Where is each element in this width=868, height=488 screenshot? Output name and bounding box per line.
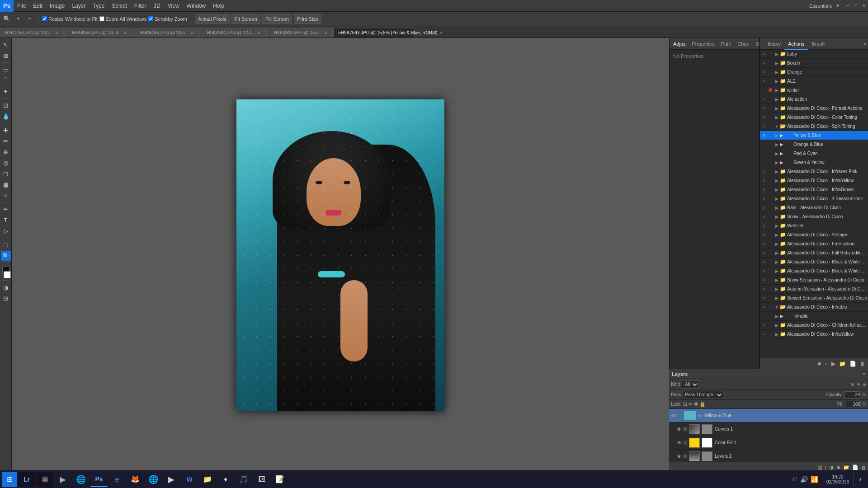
opacity-input[interactable] — [844, 391, 860, 399]
layer-eye-curves[interactable]: 👁 — [675, 427, 683, 432]
layer-eye-yellow-blue[interactable]: 👁 — [670, 413, 677, 418]
screen-mode-tool[interactable]: ⊟ — [1, 293, 11, 303]
layers-option-4[interactable]: ◈ — [863, 381, 866, 387]
taskbar-player2[interactable]: ▶ — [163, 472, 180, 487]
close-button[interactable]: ✕ — [861, 3, 867, 9]
stop-action-button[interactable]: ■ — [818, 361, 821, 367]
prop-tab-properties[interactable]: Properties — [690, 41, 717, 47]
tab-5[interactable]: 5H9A7593.JPG @ 15,5% (Yellow & Blue, RGB… — [333, 28, 415, 38]
print-size-button[interactable]: Print Size — [294, 14, 321, 24]
scrubby-zoom-checkbox[interactable] — [148, 16, 153, 21]
tab-1-close[interactable]: ✕ — [123, 31, 127, 35]
action-ale[interactable]: ✓ ▶ 📁 ALE — [760, 77, 868, 86]
dodge-tool[interactable]: ○ — [1, 190, 11, 200]
gradient-tool[interactable]: ▦ — [1, 179, 11, 189]
kind-select[interactable]: All — [682, 380, 699, 389]
background-color[interactable] — [4, 271, 11, 278]
taskbar-app4[interactable]: 📝 — [271, 472, 288, 487]
taskbar-chrome1[interactable]: 🌐 — [72, 472, 90, 487]
action-vintage[interactable]: ✓ ▶ 📁 Alessandro Di Cicco - Vintage — [760, 230, 868, 239]
tab-0-close[interactable]: ✕ — [55, 31, 59, 35]
taskbar-app2[interactable]: 🎵 — [235, 472, 252, 487]
lasso-tool[interactable]: ⌒ — [1, 75, 11, 85]
zoom-canvas-tool[interactable]: 🔍 — [1, 251, 11, 261]
taskbar-mediaplayer[interactable]: ▶ — [54, 472, 71, 487]
tab-1[interactable]: _H9A4956.JPG @ 24, 8... ✕ — [64, 28, 132, 38]
minimize-button[interactable]: ─ — [844, 3, 851, 9]
lock-transparent-button[interactable]: ⊡ — [683, 401, 687, 407]
taskbar-explorer[interactable]: 📁 — [199, 472, 216, 487]
tab-2-close[interactable]: ✕ — [190, 31, 194, 35]
taskbar-app1[interactable]: ♦ — [217, 472, 234, 487]
path-select-tool[interactable]: ▷ — [1, 226, 11, 236]
lock-position-button[interactable]: ✚ — [694, 401, 698, 407]
layer-yellow-blue[interactable]: 👁 ▶ Yellow & Blue — [669, 409, 868, 422]
menu-image[interactable]: Image — [46, 0, 68, 12]
action-infrablu-sub[interactable]: ✓ ▶ ▶ Infrablu — [760, 312, 868, 321]
keyboard-indicator[interactable]: IT — [793, 477, 797, 482]
zoom-all-windows-label[interactable]: Zoom All Windows — [99, 16, 146, 22]
network-icon[interactable]: 📶 — [811, 476, 818, 483]
action-infrayellow-2[interactable]: ✓ ▶ 📁 Alessandro Di Cicco - InfraYellow — [760, 330, 868, 339]
layer-color-fill[interactable]: 👁 ⛓ Color Fill 1 — [669, 436, 868, 450]
action-yellow-blue[interactable]: ✓ ▶ ▶ Yellow & Blue — [760, 131, 868, 140]
fill-input[interactable] — [845, 401, 861, 408]
brush-tab[interactable]: Brush — [808, 38, 828, 50]
taskbar-lightroom[interactable]: Lr — [18, 472, 35, 487]
volume-icon[interactable]: 🔊 — [800, 476, 808, 483]
layer-eye-levels[interactable]: 👁 — [675, 454, 683, 459]
play-action-button[interactable]: ▶ — [831, 361, 835, 367]
marquee-tool[interactable]: ▭ — [1, 65, 11, 75]
menu-window[interactable]: Window — [183, 0, 210, 12]
zoom-all-windows-checkbox[interactable] — [99, 16, 104, 21]
taskbar-photoshop[interactable]: Ps — [90, 472, 108, 487]
menu-view[interactable]: View — [164, 0, 183, 12]
action-rain[interactable]: ✓ ▶ 📁 Rain - Alessandro Di Cicco — [760, 203, 868, 212]
action-portrait[interactable]: ✓ ▶ 📁 Alessandro Di Cicco - Portrait Act… — [760, 104, 868, 113]
restore-button[interactable]: □ — [853, 3, 859, 9]
lock-pixels-button[interactable]: ✏ — [689, 401, 693, 407]
panel-menu-icon[interactable]: ≡ — [864, 42, 866, 46]
shape-tool[interactable]: □ — [1, 240, 11, 250]
tab-0[interactable]: H9A1256.JPG @ 23,2... ✕ — [0, 28, 64, 38]
action-orange-blue[interactable]: ✓ ▶ ▶ Orange & Blue — [760, 140, 868, 149]
action-green-yellow[interactable]: ✓ ▶ ▶ Green & Yellow — [760, 158, 868, 167]
quick-mask-tool[interactable]: ◑ — [1, 282, 11, 292]
prop-tab-chan[interactable]: Chan — [736, 41, 751, 47]
taskbar-word[interactable]: W — [181, 472, 198, 487]
history-brush-tool[interactable]: ◎ — [1, 158, 11, 168]
blend-mode-select[interactable]: Pass Through Normal Multiply Screen — [683, 391, 723, 399]
taskbar-bridge[interactable]: 🌉 — [36, 472, 53, 487]
action-ale-action[interactable]: ✓ ▶ 📁 Ale action — [760, 95, 868, 104]
show-desktop-button[interactable]: ▮ — [854, 472, 866, 487]
history-tab[interactable]: History — [762, 38, 784, 50]
menu-help[interactable]: Help — [209, 0, 228, 12]
pen-tool[interactable]: ✒ — [1, 204, 11, 214]
menu-filter[interactable]: Filter — [131, 0, 150, 12]
action-bw-2[interactable]: ✓ ▶ 📁 Alessandro Di Cicco - Black & Whit… — [760, 267, 868, 276]
menu-3d[interactable]: 3D — [150, 0, 164, 12]
zoom-out-button[interactable]: − — [24, 14, 34, 24]
tab-4-close[interactable]: ✕ — [324, 31, 328, 35]
action-infrabrown[interactable]: ✓ ▶ 📁 Alessandro Di Cicco - InfraBrown — [760, 185, 868, 194]
action-snow[interactable]: ✓ ▶ 📁 Snow - Alessandro Di Cicco — [760, 212, 868, 221]
action-color-toning[interactable]: ✓ ▶ 📁 Alessandro Di Cicco - Color Toning — [760, 113, 868, 122]
workspace-dropdown-icon[interactable]: ▼ — [835, 3, 840, 8]
clone-stamp-tool[interactable]: ⊕ — [1, 147, 11, 157]
brush-tool[interactable]: ✏ — [1, 136, 11, 146]
delete-layer-button[interactable]: 🗑 — [861, 465, 866, 470]
action-red-cyan[interactable]: ✓ ▶ ▶ Red & Cyan — [760, 149, 868, 158]
taskbar-ie[interactable]: e — [108, 472, 126, 487]
layer-curves-1[interactable]: 👁 ⛓ Curves 1 — [669, 422, 868, 436]
delete-action-button[interactable]: 🗑 — [860, 361, 865, 367]
action-children[interactable]: ✓ ▶ 📁 Alessandro Di Cicco - Children ful… — [760, 321, 868, 330]
action-infrared-pink[interactable]: ✓ ▶ 📁 Alessandro Di Cicco - Infrared Pin… — [760, 167, 868, 176]
fit-screen-button[interactable]: Fit Screen — [231, 14, 260, 24]
taskbar-firefox[interactable]: 🦊 — [127, 472, 144, 487]
add-style-button[interactable]: f — [825, 465, 826, 470]
layer-eye-fill[interactable]: 👁 — [675, 440, 683, 446]
action-free[interactable]: ✓ ▶ 📁 Alessandro Di Cicco - Free action — [760, 239, 868, 249]
layers-menu-icon[interactable]: ≡ — [863, 372, 865, 376]
new-action-set-button[interactable]: 📁 — [839, 361, 846, 367]
tab-3-close[interactable]: ✕ — [257, 31, 261, 35]
